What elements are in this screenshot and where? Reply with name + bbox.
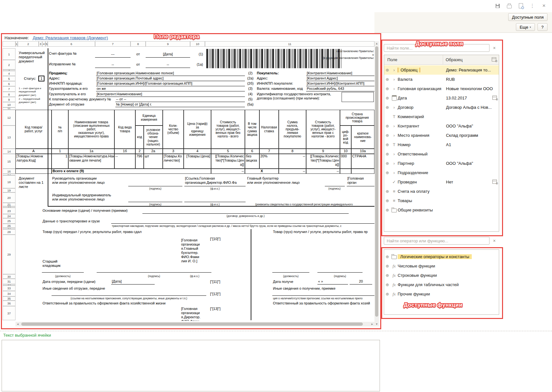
selected-cell-text-area[interactable] bbox=[2, 340, 380, 391]
list-item[interactable]: ⊕fxЧисловые функции bbox=[384, 261, 499, 271]
sheet-cell[interactable]: ["[10]"] bbox=[209, 237, 229, 242]
row-header[interactable]: 29 bbox=[3, 235, 15, 274]
vscroll-thumb[interactable] bbox=[375, 46, 378, 317]
sheet-cell[interactable]: Наименование товара (описание выполненны… bbox=[68, 110, 114, 149]
list-item[interactable]: ⊕›Головная организацияНовые технологии О… bbox=[384, 84, 499, 93]
sheet-cell[interactable]: 2а bbox=[144, 149, 163, 154]
sheet-cell[interactable]: (2а) bbox=[246, 76, 255, 81]
list-item[interactable]: ⊕fxФункции для табличных частей bbox=[384, 280, 499, 289]
sheet-cell[interactable]: (подпись) bbox=[128, 187, 182, 191]
row-header[interactable]: 18 bbox=[3, 175, 15, 188]
sheet-cell[interactable]: -- bbox=[114, 154, 135, 169]
sheet-cell[interactable]: Универсальный передаточный документ bbox=[18, 51, 47, 67]
column-header[interactable]: 3 bbox=[39, 41, 42, 47]
sheet-cell[interactable]: Код товара/ работ, услуг bbox=[15, 110, 52, 149]
sheet-cell[interactable]: (договор; доверенность и др.) bbox=[142, 214, 349, 218]
sheet-cell[interactable]: [Головная организация.ИНН]/[Головная орг… bbox=[96, 81, 245, 86]
sheet-cell[interactable]: К платежно-расчетному документу № bbox=[48, 97, 114, 102]
expand-plus-icon[interactable]: ⊕ bbox=[384, 142, 391, 147]
sheet-cell[interactable]: 5 bbox=[211, 149, 245, 154]
sheet-cell[interactable]: Стоимость товаров (работ, услуг), имущес… bbox=[211, 110, 245, 149]
row-header[interactable]: 16 bbox=[3, 169, 15, 174]
sheet-cell[interactable]: без акциза bbox=[245, 154, 259, 169]
column-header[interactable]: 9 bbox=[146, 41, 190, 47]
sheet-cell[interactable]: шт bbox=[144, 154, 163, 169]
sheet-cell[interactable]: -- bbox=[95, 62, 131, 68]
available-fields-toggle-button[interactable]: Доступные поля bbox=[508, 13, 547, 21]
sheet-cell[interactable] bbox=[351, 169, 374, 174]
sheet-cell[interactable] bbox=[15, 169, 52, 174]
sheet-cell[interactable]: 1 – счет-фактура и передаточный документ… bbox=[18, 87, 47, 98]
sheet-cell[interactable]: № [Номер] от [Дата] г. bbox=[115, 102, 245, 107]
sheet-cell[interactable]: 3 bbox=[163, 149, 184, 154]
clear-search-icon[interactable]: × bbox=[492, 238, 497, 243]
sheet-cell[interactable]: (подпись) bbox=[317, 275, 363, 278]
vertical-scrollbar[interactable]: ▴ ▾ bbox=[374, 41, 379, 326]
column-sample-header[interactable]: Образец bbox=[443, 55, 499, 64]
list-item[interactable]: ⊕›ДоговорДоговор Альфа с Нов... bbox=[384, 103, 499, 112]
list-item[interactable]: ⊕fxСтроковые функции bbox=[384, 271, 499, 280]
sheet-cell[interactable]: № п/п bbox=[52, 110, 68, 149]
row-header[interactable]: 11 bbox=[3, 107, 15, 110]
sheet-cell[interactable]: (5) bbox=[246, 97, 255, 102]
sheet-cell[interactable]: ["[11]"] bbox=[209, 280, 229, 285]
sheet-cell[interactable]: (ссылки на неотъемлемые приложения, сопу… bbox=[52, 297, 206, 300]
column-field-header[interactable]: Поле bbox=[387, 57, 443, 62]
sheet-cell[interactable]: (должность) bbox=[42, 275, 84, 278]
sheet-cell[interactable]: ция о наличии/отсутствии претензии; ссыл… bbox=[272, 297, 374, 300]
sheet-cell[interactable]: циф- ро- вой код bbox=[340, 126, 351, 149]
expand-plus-icon[interactable]: ⊕ bbox=[384, 189, 391, 194]
row-header[interactable]: 34 bbox=[3, 291, 15, 296]
print-button[interactable] bbox=[506, 3, 513, 9]
template-editor-sheet[interactable]: 1234567891011123456789101112131415161718… bbox=[0, 0, 374, 327]
sheet-cell[interactable]: [Контрагент.Наименование] bbox=[96, 92, 245, 97]
sheet-cell[interactable]: 1 bbox=[52, 154, 68, 169]
print-preview-button[interactable] bbox=[517, 3, 524, 9]
menu-button[interactable]: ⋮ bbox=[529, 3, 536, 9]
sheet-cell[interactable]: (1) bbox=[191, 52, 204, 57]
list-item[interactable]: TКомментарий bbox=[384, 112, 499, 121]
sheet-cell[interactable]: Документ составлен на 1 листе bbox=[18, 176, 47, 191]
list-item[interactable]: ⊕›Подразделение bbox=[384, 168, 499, 177]
sheet-cell[interactable]: 20 bbox=[350, 279, 372, 285]
row-header[interactable]: 2 bbox=[3, 60, 15, 70]
sheet-cell[interactable]: -- bbox=[146, 62, 190, 68]
sheet-cell[interactable]: [Контрагент.Адрес] bbox=[306, 76, 374, 81]
list-item[interactable]: ⊕≡Счета на оплату bbox=[384, 187, 499, 196]
list-item[interactable]: ⊕›ОбразецДемо: Реализация то... bbox=[384, 65, 499, 75]
sheet-cell[interactable]: [Головная организаци я.Главный бухгалтер… bbox=[180, 238, 209, 272]
list-item[interactable]: ⊕Общие реквизиты bbox=[384, 205, 499, 215]
sheet-cell[interactable]: Цена (тариф) за единицу измерения bbox=[184, 110, 211, 149]
row-header[interactable]: 21 bbox=[3, 203, 15, 206]
sheet-cell[interactable] bbox=[340, 169, 351, 174]
sheet-cell[interactable]: [Дата] bbox=[146, 52, 190, 58]
sheet-cell[interactable]: Грузополучатель и его адрес: bbox=[48, 92, 96, 97]
sheet-cell[interactable]: [Ссылка.Головная организация.Директор.ФИ… bbox=[184, 176, 246, 185]
sheet-cell[interactable]: [Товары.Ко личество] bbox=[163, 154, 184, 169]
sheet-cell[interactable]: 1а bbox=[68, 149, 114, 154]
sheet-cell[interactable]: [[Товары.Количес тво]*[Товары.Цен а]] bbox=[211, 154, 245, 169]
expand-plus-icon[interactable]: ⊕ bbox=[384, 86, 391, 91]
column-header[interactable]: 5 bbox=[45, 41, 48, 47]
sheet-cell[interactable]: 2 – передаточный документ (акт) bbox=[18, 98, 47, 106]
sheet-cell[interactable]: 10а bbox=[351, 149, 374, 154]
sheet-cell[interactable]: Индивидуальный предприниматель или иное … bbox=[52, 193, 126, 202]
sheet-cell[interactable]: [Головная организаци я.Директор. ФИО.Фам… bbox=[180, 307, 209, 321]
sheet-cell[interactable]: Основание передачи (сдачи) / получения (… bbox=[42, 209, 142, 213]
list-item[interactable]: ⊕Дата13.02.2017 bbox=[384, 93, 499, 103]
scroll-up-icon[interactable]: ▴ bbox=[375, 42, 379, 45]
expand-plus-icon[interactable]: ⊕ bbox=[384, 170, 391, 175]
assignment-link[interactable]: Демо: Реализация товаров (Документ) bbox=[33, 35, 108, 40]
sheet-cell[interactable]: Ответственный за правильность оформления… bbox=[272, 301, 374, 306]
sheet-cell[interactable]: 2 bbox=[135, 149, 144, 154]
sheet-cell[interactable]: Грузоотправитель и его адрес: bbox=[48, 87, 96, 91]
sheet-cell[interactable]: Страна происхождения товара bbox=[340, 110, 374, 126]
sheet-cell[interactable]: Иные сведения об отгрузке, передаче bbox=[42, 286, 135, 291]
status-value[interactable]: 1 bbox=[38, 76, 44, 81]
save-button[interactable] bbox=[494, 3, 501, 9]
row-header[interactable]: 28 bbox=[3, 229, 15, 235]
expand-plus-icon[interactable]: ⊕ bbox=[384, 273, 391, 278]
sheet-cell[interactable]: ИНН/КПП продавца: bbox=[48, 81, 95, 86]
sheet-cell[interactable]: от bbox=[131, 62, 146, 68]
sheet-cell[interactable]: В том числе сумма акциза bbox=[245, 110, 259, 149]
